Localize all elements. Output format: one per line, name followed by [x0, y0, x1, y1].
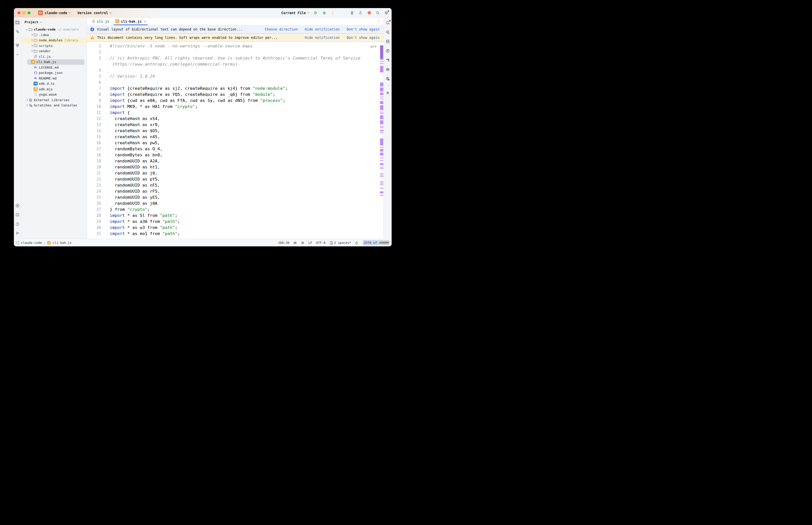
caret-position[interactable]: 266:36 — [278, 241, 290, 244]
code-line[interactable]: 25 randomUUID as yE5, — [87, 194, 384, 200]
run-configuration-selector[interactable]: Current File — [281, 11, 309, 15]
more-tools-icon[interactable]: ⋯ — [15, 52, 20, 57]
plugin-icon[interactable] — [385, 57, 390, 63]
code-line[interactable]: 13 createHash as xr9, — [87, 122, 384, 128]
tree-chevron-icon[interactable] — [25, 104, 28, 106]
ai-assistant-icon[interactable]: @ — [350, 11, 354, 15]
version-control-menu[interactable]: Version control — [77, 11, 112, 15]
code-line[interactable]: 12 createHash as xS4, — [87, 116, 384, 122]
code-line[interactable]: 8import {createRequire as YQ5, createReq… — [87, 92, 384, 97]
line-ending-indicator[interactable]: LF — [308, 241, 312, 244]
debug-button[interactable] — [322, 11, 326, 15]
memory-indicator[interactable]: 2376 of 4900M — [363, 240, 389, 245]
tree-item-cli-bak-js[interactable]: JScli-bak.js — [27, 59, 84, 65]
services-tool-icon[interactable] — [15, 203, 20, 208]
dont-show-again-link[interactable]: Don't show again — [347, 35, 380, 40]
more-options-icon[interactable]: ⋮ — [330, 11, 335, 15]
problems-tool-icon[interactable] — [15, 221, 20, 227]
code-line[interactable]: 20 randomUUID as ht1, — [87, 164, 384, 170]
indent-indicator[interactable]: 2 spaces* — [329, 241, 351, 244]
code-line[interactable]: 10import MK9, * as HA1 from "crypto"; — [87, 104, 384, 110]
code-line[interactable]: 24 randomUUID as rF5, — [87, 189, 384, 194]
dont-show-again-link[interactable]: Don't show again — [347, 27, 380, 31]
code-line[interactable]: 27} from "crypto"; — [87, 207, 384, 213]
tree-chevron-icon[interactable] — [30, 50, 33, 52]
code-line[interactable]: 15 createHash as n45, — [87, 134, 384, 140]
project-tool-icon[interactable] — [15, 20, 20, 25]
code-line[interactable]: 1#!/usr/bin/env -S node --no-warnings --… — [87, 43, 384, 49]
project-panel-header[interactable]: Project — [21, 18, 87, 26]
tree-item-license-md[interactable]: M↓LICENSE.md — [21, 65, 87, 70]
hide-notification-link[interactable]: Hide notification — [305, 35, 340, 40]
tree-item-vendor[interactable]: vendor — [21, 48, 87, 54]
close-tab-icon[interactable]: × — [144, 19, 146, 24]
code-line[interactable]: 21 randomUUID as j0, — [87, 170, 384, 176]
tree-chevron-icon[interactable] — [25, 99, 28, 101]
hide-notification-link[interactable]: Hide notification — [305, 27, 340, 31]
code-line[interactable]: 31import * as mo1 from "path"; — [87, 231, 384, 237]
notifications-icon[interactable] — [385, 20, 390, 26]
tree-item-cli-js[interactable]: 10OJScli.js — [21, 54, 87, 60]
m-plugin-icon[interactable]: M — [385, 90, 390, 96]
code-line[interactable]: 4 — [87, 67, 384, 73]
database-icon[interactable] — [385, 39, 390, 44]
encoding-indicator[interactable]: UTF-8 — [316, 241, 325, 244]
code-line[interactable]: (https://www.anthropic.com/legal/commerc… — [87, 61, 384, 67]
breadcrumb-file[interactable]: cli-bak.js — [53, 241, 71, 244]
scrollbar-thumb[interactable] — [380, 46, 383, 59]
tree-item-yoga-wasm[interactable]: yoga.wasm — [21, 92, 87, 97]
code-line[interactable]: 14 createHash as $D5, — [87, 128, 384, 134]
tree-item--idea[interactable]: .idea — [21, 32, 87, 38]
tree-chevron-icon[interactable] — [25, 29, 28, 30]
soft-wrap-indicator[interactable]: OFF — [370, 44, 377, 50]
tab-options-icon[interactable]: ⋮ — [377, 18, 381, 25]
settings-icon[interactable] — [384, 11, 388, 15]
terminal-tool-icon[interactable] — [15, 212, 20, 217]
tab-cli-bak-js[interactable]: JS cli-bak.js × — [112, 18, 149, 25]
breadcrumb-project[interactable]: claude-code — [21, 241, 42, 244]
code-line[interactable]: 3// (c) Anthropic PBC. All rights reserv… — [87, 55, 384, 61]
code-line[interactable]: 17 randomBytes as O_4, — [87, 146, 384, 152]
code-line[interactable]: 9import {cwd as e0A, cwd as FfA, cwd as … — [87, 97, 384, 104]
project-switcher[interactable]: claude-code — [45, 11, 71, 15]
code-line[interactable]: 28import * as Sl from "path"; — [87, 213, 384, 219]
highlighting-icon[interactable] — [301, 241, 305, 244]
tree-item-package-json[interactable]: {}package.json — [21, 70, 87, 76]
tree-item-sdk-d-ts[interactable]: TSsdk.d.ts — [21, 81, 87, 87]
code-line[interactable]: 22 randomUUID as pY5, — [87, 176, 384, 182]
tab-cli-js[interactable]: 10 OJS cli.js — [89, 18, 112, 25]
tree-item-readme-md[interactable]: M↓README.md — [21, 76, 87, 81]
tree-chevron-icon[interactable] — [30, 39, 33, 41]
code-line[interactable]: 30import * as w3 from "path"; — [87, 225, 384, 231]
code-line[interactable]: 2 — [87, 49, 384, 55]
ai-chat-icon[interactable] — [385, 29, 390, 35]
lock-icon[interactable] — [355, 241, 358, 244]
tree-item-external-libraries[interactable]: External Libraries — [21, 97, 87, 103]
minimize-window-button[interactable] — [23, 11, 26, 14]
code-line[interactable]: 6 — [87, 79, 384, 86]
change-marker-stripe[interactable] — [380, 42, 384, 239]
zoom-window-button[interactable] — [28, 11, 31, 14]
code-editor[interactable]: 1#!/usr/bin/env -S node --no-warnings --… — [87, 42, 384, 239]
code-line[interactable]: 29import * as a30 from "path"; — [87, 219, 384, 225]
tree-item-scratches-and-consoles[interactable]: Scratches and Consoles — [21, 103, 87, 108]
tree-chevron-icon[interactable] — [30, 34, 33, 36]
run-button[interactable] — [313, 11, 318, 15]
search-icon[interactable] — [375, 11, 380, 15]
structure-tool-icon[interactable] — [15, 43, 20, 48]
code-line[interactable]: 16 createHash as pw5, — [87, 140, 384, 146]
add-user-icon[interactable] — [358, 11, 363, 15]
collaboration-icon[interactable] — [385, 76, 390, 81]
code-line[interactable]: 23 randomUUID as nF5, — [87, 182, 384, 189]
version-control-tool-icon[interactable] — [15, 231, 20, 236]
x-circle-icon[interactable] — [385, 48, 390, 54]
code-line[interactable]: 7import {createRequire as sj2, createReq… — [87, 86, 384, 92]
tree-item-claude-code[interactable]: claude-code~/.nvm/vers — [21, 27, 87, 32]
choose-direction-link[interactable]: Choose direction — [265, 27, 298, 31]
claude-burst-icon[interactable] — [367, 11, 371, 15]
code-line[interactable]: 5// Version: 1.0.24 — [87, 73, 384, 79]
code-line[interactable]: 11import { — [87, 110, 384, 116]
tree-item-node-modules[interactable]: node_moduleslibrary — [21, 38, 87, 43]
tree-item-sdk-mjs[interactable]: JSsdk.mjs — [21, 87, 87, 92]
close-window-button[interactable] — [17, 11, 20, 14]
